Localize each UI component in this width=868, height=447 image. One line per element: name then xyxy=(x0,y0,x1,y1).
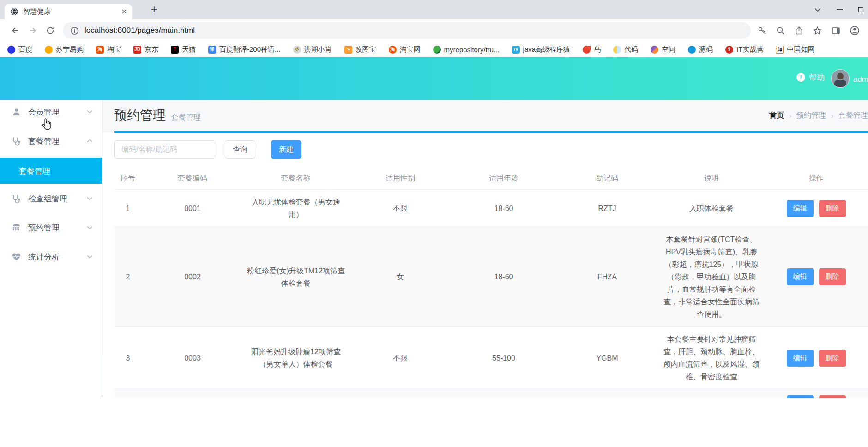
username[interactable]: admin xyxy=(853,75,868,84)
breadcrumb-item[interactable]: 预约管理 xyxy=(796,111,826,121)
cell-operations: 编辑删除 xyxy=(764,327,868,389)
profile-avatar-icon[interactable] xyxy=(850,25,860,36)
bookmark-item[interactable]: 淘淘宝网 xyxy=(389,45,421,54)
bookmark-favicon: 彡 xyxy=(293,46,301,54)
reload-icon[interactable] xyxy=(46,26,55,35)
side-panel-icon[interactable] xyxy=(831,26,841,36)
bookmark-item[interactable]: 源码 xyxy=(688,45,713,54)
bookmarks-bar: 百度 苏宁易购 淘淘宝 JD京东 T天猫 译百度翻译-200种语... 彡洪湖小… xyxy=(0,42,868,57)
browser-tab[interactable]: 智慧健康 × xyxy=(5,4,132,19)
tab-search-chevron-icon[interactable] xyxy=(814,8,821,12)
breadcrumb: 首页 › 预约管理 › 套餐管理 xyxy=(769,111,868,121)
bookmark-item[interactable]: 译百度翻译-200种语... xyxy=(208,45,281,54)
cell-gender: 不限 xyxy=(349,327,452,389)
edit-button[interactable]: 编辑 xyxy=(787,395,814,398)
table-row: 1 0001 入职无忧体检套餐（男女通用） 不限 18-60 RZTJ 入职体检… xyxy=(114,190,868,227)
chevron-down-icon xyxy=(87,255,93,259)
cell-operations: 编辑删除 xyxy=(764,389,868,399)
breadcrumb-home[interactable]: 首页 xyxy=(769,111,784,121)
column-header: 操作 xyxy=(764,169,868,190)
table-row: 4 555 test 不限 555 test test 编辑删除 xyxy=(114,389,868,399)
cell-no: 1 xyxy=(114,190,142,227)
app-header: ! 帮助 admin xyxy=(0,57,868,100)
cell-name: 粉红珍爱(女)升级TM12项筛查体检套餐 xyxy=(243,227,349,327)
bookmark-star-icon[interactable] xyxy=(813,26,822,36)
table-header-row: 序号 套餐编码 套餐名称 适用性别 适用年龄 助记码 说明 操作 xyxy=(114,169,868,190)
bookmark-favicon xyxy=(45,46,53,54)
back-icon[interactable] xyxy=(11,26,20,35)
edit-button[interactable]: 编辑 xyxy=(787,200,814,217)
query-button[interactable]: 查询 xyxy=(225,140,255,159)
search-input[interactable] xyxy=(114,140,215,159)
zoom-icon[interactable] xyxy=(776,26,785,36)
bookmark-favicon xyxy=(688,46,696,54)
bookmark-item[interactable]: ᴛᴠjava高级程序猿 xyxy=(512,45,571,54)
bookmark-favicon xyxy=(583,46,591,54)
bookmark-item[interactable]: 彡洪湖小肖 xyxy=(293,45,332,54)
cell-code: 0003 xyxy=(142,327,243,389)
bookmark-favicon: 9 xyxy=(725,46,733,54)
bookmark-label: 鸟 xyxy=(594,45,601,54)
bookmark-item[interactable]: 百度 xyxy=(7,45,32,54)
help-link[interactable]: ! 帮助 xyxy=(796,72,825,83)
bookmark-item[interactable]: 苏宁易购 xyxy=(45,45,84,54)
bookmark-item[interactable]: 淘淘宝 xyxy=(96,45,121,54)
cell-no: 2 xyxy=(114,227,142,327)
share-icon[interactable] xyxy=(794,26,804,36)
edit-button[interactable]: 编辑 xyxy=(787,350,814,367)
sidebar-item-checkgroup-management[interactable]: 检查组管理 xyxy=(0,187,102,211)
bookmark-item[interactable]: JD京东 xyxy=(133,45,158,54)
sidebar-subitem-package-management-active[interactable]: 套餐管理 xyxy=(0,158,102,184)
delete-button[interactable]: 删除 xyxy=(819,200,846,217)
sidebar-scrollbar-thumb[interactable] xyxy=(102,355,102,397)
bookmark-item[interactable]: 9IT实战营 xyxy=(725,45,763,54)
tab-close-icon[interactable]: × xyxy=(121,7,127,16)
sidebar-item-label: 套餐管理 xyxy=(28,136,87,146)
column-header: 序号 xyxy=(114,169,142,190)
cell-description: 本套餐针对宫颈(TCT检查、HPV乳头瘤病毒筛查)、乳腺（彩超，癌抗125），甲… xyxy=(659,227,764,327)
cell-gender: 女 xyxy=(349,227,452,327)
bookmark-label: 代码 xyxy=(624,45,638,54)
bookmark-item[interactable]: myrepository/tru... xyxy=(433,46,500,54)
chevron-up-icon xyxy=(87,139,93,143)
new-button[interactable]: 新建 xyxy=(271,140,301,159)
sidebar-item-appointment-management[interactable]: 预约管理 xyxy=(0,216,102,240)
bookmark-label: 京东 xyxy=(145,45,158,54)
window-minimize-button[interactable] xyxy=(837,9,843,10)
cell-age: 18-60 xyxy=(452,190,555,227)
bookmark-favicon: 知 xyxy=(776,46,784,54)
bookmark-item[interactable]: 代码 xyxy=(613,45,638,54)
cell-mnemonic: FHZA xyxy=(555,227,659,327)
cell-no: 4 xyxy=(114,389,142,399)
password-key-icon[interactable] xyxy=(757,26,767,36)
bookmark-item[interactable]: T天猫 xyxy=(171,45,196,54)
help-info-icon: ! xyxy=(796,73,805,82)
bookmark-item[interactable]: ↘改图宝 xyxy=(344,45,376,54)
cell-gender: 不限 xyxy=(349,190,452,227)
browser-addressbar: localhost:8001/pages/main.html xyxy=(0,19,868,42)
table-row: 2 0002 粉红珍爱(女)升级TM12项筛查体检套餐 女 18-60 FHZA… xyxy=(114,227,868,327)
bookmark-item[interactable]: 鸟 xyxy=(583,45,601,54)
bookmark-label: 淘宝 xyxy=(107,45,121,54)
forward-icon[interactable] xyxy=(28,26,37,35)
bookmark-item[interactable]: 空间 xyxy=(651,45,675,54)
cell-code: 0002 xyxy=(142,227,243,327)
user-avatar[interactable] xyxy=(831,69,850,88)
delete-button[interactable]: 删除 xyxy=(819,268,846,285)
sidebar-item-statistics-analysis[interactable]: 统计分析 xyxy=(0,245,102,269)
bookmark-item[interactable]: 知中国知网 xyxy=(776,45,814,54)
mouse-cursor-hand xyxy=(40,117,53,131)
site-info-icon[interactable] xyxy=(70,26,79,35)
sidebar-item-package-management[interactable]: 套餐管理 xyxy=(0,129,102,153)
edit-button[interactable]: 编辑 xyxy=(787,268,814,285)
cell-description: 入职体检套餐 xyxy=(659,190,764,227)
window-maximize-button[interactable] xyxy=(858,7,863,12)
cell-age: 55-100 xyxy=(452,327,555,389)
delete-button[interactable]: 删除 xyxy=(819,350,846,367)
column-header: 套餐编码 xyxy=(142,169,243,190)
new-tab-button[interactable]: + xyxy=(148,3,161,16)
column-header: 说明 xyxy=(659,169,764,190)
favicon-globe-icon xyxy=(10,7,18,16)
url-bar[interactable]: localhost:8001/pages/main.html xyxy=(63,22,751,39)
delete-button[interactable]: 删除 xyxy=(819,395,846,398)
